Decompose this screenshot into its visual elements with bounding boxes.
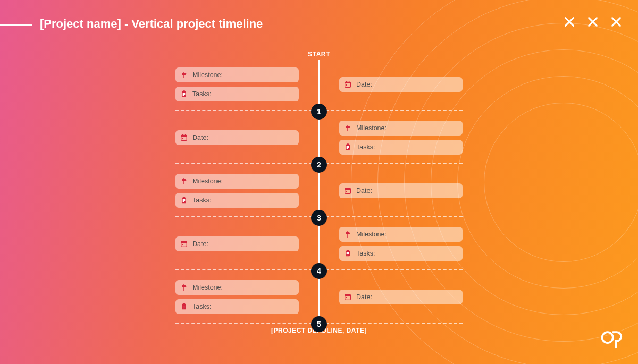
svg-rect-46 xyxy=(345,294,351,296)
date-field[interactable]: Date: xyxy=(339,290,463,304)
stage-right-col: Milestone: Tasks: xyxy=(339,227,463,261)
svg-rect-18 xyxy=(347,147,349,148)
tasks-field[interactable]: Tasks: xyxy=(175,299,299,314)
vertical-timeline: START Milestone: Tasks: Date: xyxy=(175,50,463,332)
svg-rect-4 xyxy=(183,95,184,96)
svg-rect-49 xyxy=(346,297,347,298)
signpost-icon xyxy=(180,177,188,185)
svg-rect-37 xyxy=(347,252,349,253)
timeline-stage-3: Milestone: Tasks: Date: 3 xyxy=(175,174,463,210)
stage-right-col: Date: xyxy=(339,290,463,304)
stage-right-col: Date: xyxy=(339,183,463,198)
svg-rect-6 xyxy=(345,82,351,83)
svg-rect-3 xyxy=(183,94,186,95)
field-label: Tasks: xyxy=(192,303,211,310)
timeline-stage-1: Milestone: Tasks: Date: 1 xyxy=(175,67,463,104)
field-label: Tasks: xyxy=(192,197,211,204)
clipboard-icon xyxy=(343,249,352,258)
svg-rect-38 xyxy=(347,253,349,254)
svg-rect-2 xyxy=(183,93,186,94)
date-field[interactable]: Date: xyxy=(175,236,299,251)
svg-rect-9 xyxy=(346,84,347,86)
timeline-stage-5: Milestone: Tasks: Date: 5 xyxy=(175,280,463,316)
svg-rect-22 xyxy=(183,199,186,200)
svg-rect-21 xyxy=(183,197,185,198)
stage-left-col: Milestone: Tasks: xyxy=(175,67,299,101)
date-field[interactable]: Date: xyxy=(339,183,463,198)
signpost-icon xyxy=(343,230,352,239)
cross-icon xyxy=(587,16,599,28)
calendar-icon xyxy=(343,293,352,301)
stage-right-col: Milestone: Tasks: xyxy=(339,121,463,155)
decorative-crosses xyxy=(564,16,622,28)
field-label: Milestone: xyxy=(356,124,387,132)
svg-rect-34 xyxy=(182,244,183,245)
milestone-field[interactable]: Milestone: xyxy=(175,280,299,295)
milestone-field[interactable]: Milestone: xyxy=(339,121,463,136)
stage-node: 5 xyxy=(311,316,327,332)
svg-rect-39 xyxy=(347,255,348,255)
date-field[interactable]: Date: xyxy=(339,77,463,92)
field-label: Date: xyxy=(192,240,208,248)
field-label: Milestone: xyxy=(192,177,223,185)
stage-node: 1 xyxy=(311,104,327,120)
svg-rect-23 xyxy=(183,200,186,201)
svg-rect-24 xyxy=(183,201,184,202)
timeline-start-label: START xyxy=(308,50,330,58)
svg-rect-16 xyxy=(347,143,349,145)
timeline-stage-4: Date: Milestone: Tasks: 4 xyxy=(175,227,463,263)
field-label: Date: xyxy=(356,81,372,88)
field-label: Tasks: xyxy=(356,250,375,257)
clipboard-icon xyxy=(180,302,188,311)
title-rule xyxy=(0,24,32,26)
field-label: Milestone: xyxy=(356,231,387,238)
svg-rect-26 xyxy=(345,188,351,190)
calendar-icon xyxy=(180,133,188,142)
tasks-field[interactable]: Tasks: xyxy=(339,246,463,261)
svg-rect-42 xyxy=(183,306,186,306)
signpost-icon xyxy=(180,283,188,292)
calendar-icon xyxy=(343,187,352,195)
timeline-stage-2: Date: Milestone: Tasks: 2 xyxy=(175,121,463,157)
stage-left-col: Milestone: Tasks: xyxy=(175,174,299,208)
stage-left-col: Milestone: Tasks: xyxy=(175,280,299,314)
tasks-field[interactable]: Tasks: xyxy=(175,193,299,208)
stage-left-col: Date: xyxy=(175,130,299,145)
field-label: Date: xyxy=(356,293,372,301)
signpost-icon xyxy=(343,124,352,132)
cross-icon xyxy=(610,16,622,28)
tasks-field[interactable]: Tasks: xyxy=(175,87,299,101)
clipboard-icon xyxy=(180,90,188,98)
tasks-field[interactable]: Tasks: xyxy=(339,140,463,155)
svg-rect-36 xyxy=(347,250,349,251)
clipboard-icon xyxy=(343,143,352,151)
field-label: Tasks: xyxy=(192,90,211,98)
stage-node: 2 xyxy=(311,157,327,173)
svg-rect-17 xyxy=(347,146,349,147)
svg-rect-14 xyxy=(182,138,183,139)
milestone-field[interactable]: Milestone: xyxy=(175,67,299,82)
field-label: Date: xyxy=(356,187,372,194)
stage-right-col: Date: xyxy=(339,77,463,92)
milestone-field[interactable]: Milestone: xyxy=(339,227,463,242)
svg-rect-1 xyxy=(183,90,185,92)
date-field[interactable]: Date: xyxy=(175,130,299,145)
svg-rect-11 xyxy=(181,135,187,137)
field-label: Milestone: xyxy=(192,71,223,79)
clipboard-icon xyxy=(180,196,188,205)
calendar-icon xyxy=(343,80,352,89)
stage-left-col: Date: xyxy=(175,236,299,251)
svg-point-50 xyxy=(602,332,613,343)
cross-icon xyxy=(564,16,575,28)
signpost-icon xyxy=(180,71,188,79)
calendar-icon xyxy=(180,240,188,248)
svg-rect-19 xyxy=(347,148,348,149)
milestone-field[interactable]: Milestone: xyxy=(175,174,299,189)
svg-rect-44 xyxy=(183,308,184,308)
field-label: Date: xyxy=(192,134,208,141)
svg-rect-31 xyxy=(181,241,187,243)
field-label: Milestone: xyxy=(192,284,223,291)
svg-rect-43 xyxy=(183,307,186,307)
stage-node: 3 xyxy=(311,210,327,226)
field-label: Tasks: xyxy=(356,143,375,151)
